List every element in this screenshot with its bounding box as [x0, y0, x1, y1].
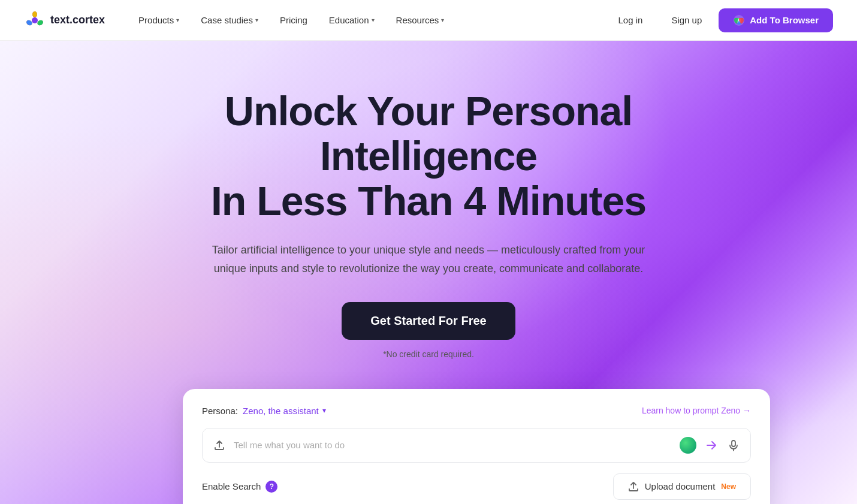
nav-item-case-studies[interactable]: Case studies ▾	[191, 10, 268, 30]
enable-search-button[interactable]: Enable Search ?	[202, 481, 277, 493]
nav-item-education[interactable]: Education ▾	[319, 10, 384, 30]
svg-point-0	[32, 17, 38, 23]
chat-input-field[interactable]	[234, 440, 672, 450]
persona-selector[interactable]: Zeno, the assistant ▾	[243, 406, 326, 416]
microphone-icon	[728, 439, 740, 451]
login-button[interactable]: Log in	[606, 10, 655, 30]
hero-content: Unlock Your Personal Intelligence In Les…	[159, 89, 698, 504]
chevron-down-icon: ▾	[372, 17, 375, 23]
chevron-down-icon: ▾	[255, 17, 258, 23]
upload-document-button[interactable]: Upload document New	[613, 473, 751, 500]
logo-icon	[24, 10, 46, 31]
chrome-icon	[733, 14, 745, 26]
svg-point-4	[32, 11, 37, 17]
svg-rect-9	[732, 440, 735, 446]
persona-selector-container: Persona: Zeno, the assistant ▾	[202, 406, 326, 416]
chat-persona-row: Persona: Zeno, the assistant ▾ Learn how…	[202, 406, 751, 416]
navbar: text.cortex Products ▾ Case studies ▾ Pr…	[0, 0, 857, 41]
nav-item-resources[interactable]: Resources ▾	[387, 10, 454, 30]
no-credit-card-text: *No credit card required.	[383, 349, 474, 359]
chat-bottom-row: Enable Search ? Upload document New	[202, 473, 751, 500]
help-badge: ?	[265, 481, 277, 493]
signup-button[interactable]: Sign up	[659, 10, 714, 30]
microphone-button[interactable]	[726, 438, 741, 452]
nav-item-pricing[interactable]: Pricing	[270, 10, 317, 30]
learn-prompt-link[interactable]: Learn how to prompt Zeno →	[642, 406, 751, 415]
add-to-browser-button[interactable]: Add To Browser	[719, 8, 833, 32]
chat-widget: Persona: Zeno, the assistant ▾ Learn how…	[183, 389, 770, 504]
chat-input-container	[202, 428, 751, 463]
hero-title: Unlock Your Personal Intelligence In Les…	[183, 89, 674, 223]
upload-doc-icon	[628, 481, 639, 492]
hero-subtitle: Tailor artificial intelligence to your u…	[195, 241, 662, 277]
logo-link[interactable]: text.cortex	[24, 10, 105, 31]
upload-icon	[213, 439, 225, 451]
chevron-down-icon: ▾	[176, 17, 179, 23]
send-button[interactable]	[704, 437, 719, 453]
zeno-avatar	[680, 437, 696, 454]
logo-text: text.cortex	[50, 14, 105, 26]
hero-section: Unlock Your Personal Intelligence In Les…	[0, 41, 857, 504]
get-started-button[interactable]: Get Started For Free	[342, 302, 515, 340]
send-icon	[705, 439, 718, 452]
upload-icon-button[interactable]	[212, 438, 227, 452]
chevron-down-icon: ▾	[441, 17, 444, 23]
nav-item-products[interactable]: Products ▾	[129, 10, 189, 30]
persona-label: Persona:	[202, 406, 238, 416]
nav-right: Log in Sign up Add To Browser	[606, 8, 833, 32]
persona-chevron-icon: ▾	[322, 406, 326, 415]
new-badge: New	[721, 482, 736, 491]
nav-links: Products ▾ Case studies ▾ Pricing Educat…	[129, 10, 606, 30]
